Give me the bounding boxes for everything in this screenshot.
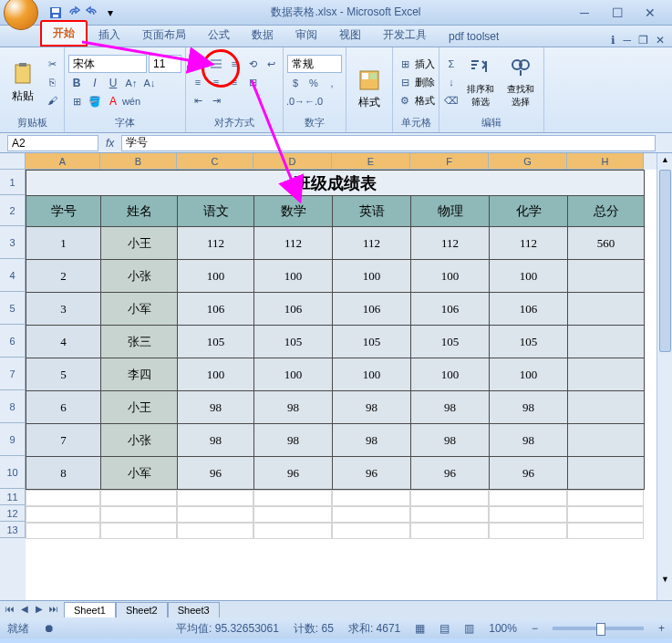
delete-cells-icon[interactable]: ⊟ bbox=[397, 74, 413, 90]
row-header-4[interactable]: 4 bbox=[0, 259, 26, 292]
data-cell[interactable]: 98 bbox=[178, 391, 254, 424]
column-header-C[interactable]: C bbox=[177, 153, 253, 170]
align-top-button[interactable]: ≡ bbox=[190, 56, 206, 72]
data-cell[interactable]: 小军 bbox=[101, 457, 178, 490]
data-cell[interactable]: 100 bbox=[411, 358, 490, 391]
empty-cell[interactable] bbox=[253, 490, 332, 506]
tab-pdf-toolset[interactable]: pdf toolset bbox=[438, 26, 510, 47]
empty-cell[interactable] bbox=[410, 523, 489, 539]
scroll-thumb[interactable] bbox=[659, 170, 671, 352]
data-cell[interactable]: 小军 bbox=[101, 293, 178, 326]
column-header-D[interactable]: D bbox=[253, 153, 332, 170]
font-name-combo[interactable]: 宋体 bbox=[68, 55, 147, 73]
clear-button[interactable]: ⌫ bbox=[443, 92, 460, 109]
data-cell[interactable]: 105 bbox=[178, 326, 254, 358]
tab-data[interactable]: 数据 bbox=[241, 24, 284, 47]
align-left-button[interactable]: ≡ bbox=[190, 74, 206, 90]
data-cell[interactable]: 106 bbox=[254, 293, 333, 326]
save-icon[interactable] bbox=[47, 5, 64, 21]
data-cell[interactable]: 6 bbox=[26, 391, 101, 424]
data-cell[interactable] bbox=[568, 260, 645, 293]
header-cell[interactable]: 总分 bbox=[568, 196, 645, 227]
data-cell[interactable]: 98 bbox=[254, 424, 333, 457]
row-header-11[interactable]: 11 bbox=[0, 489, 26, 505]
view-layout-icon[interactable]: ▤ bbox=[439, 622, 450, 635]
italic-button[interactable]: I bbox=[87, 75, 103, 91]
empty-cell[interactable] bbox=[177, 523, 253, 539]
underline-button[interactable]: U bbox=[105, 75, 121, 91]
borders-button[interactable]: ⊞ bbox=[68, 93, 85, 109]
column-header-A[interactable]: A bbox=[26, 153, 100, 170]
data-cell[interactable]: 1 bbox=[26, 227, 101, 260]
scroll-up-icon[interactable]: ▲ bbox=[661, 155, 669, 164]
row-header-1[interactable]: 1 bbox=[0, 170, 26, 195]
data-cell[interactable] bbox=[568, 293, 645, 326]
data-cell[interactable]: 105 bbox=[411, 326, 490, 358]
empty-cell[interactable] bbox=[100, 506, 177, 523]
sort-filter-button[interactable]: 排序和 筛选 bbox=[461, 49, 500, 115]
data-cell[interactable]: 96 bbox=[411, 457, 490, 490]
data-cell[interactable]: 5 bbox=[26, 358, 101, 391]
tab-review[interactable]: 审阅 bbox=[284, 24, 328, 47]
styles-button[interactable]: 样式 bbox=[350, 49, 388, 129]
table-title[interactable]: 班级成绩表 bbox=[26, 171, 645, 196]
data-cell[interactable]: 小王 bbox=[101, 391, 178, 424]
data-cell[interactable]: 4 bbox=[26, 326, 101, 358]
format-cells-icon[interactable]: ⚙ bbox=[397, 92, 413, 109]
data-cell[interactable]: 96 bbox=[490, 457, 568, 490]
currency-button[interactable]: $ bbox=[287, 75, 304, 91]
data-cell[interactable] bbox=[568, 358, 645, 391]
increase-indent-button[interactable]: ⇥ bbox=[208, 92, 224, 109]
orientation-button[interactable]: ⟲ bbox=[244, 56, 261, 72]
empty-cell[interactable] bbox=[489, 490, 567, 506]
empty-cell[interactable] bbox=[332, 523, 410, 539]
format-painter-icon[interactable]: 🖌 bbox=[44, 92, 60, 109]
data-cell[interactable]: 98 bbox=[333, 424, 411, 457]
decrease-decimal-button[interactable]: ←.0 bbox=[305, 93, 322, 109]
header-cell[interactable]: 姓名 bbox=[101, 196, 178, 227]
data-cell[interactable]: 98 bbox=[411, 391, 490, 424]
qat-dropdown-icon[interactable]: ▾ bbox=[102, 5, 119, 21]
data-cell[interactable]: 100 bbox=[254, 358, 333, 391]
data-cell[interactable]: 100 bbox=[490, 260, 568, 293]
close-button[interactable]: ✕ bbox=[639, 5, 661, 20]
data-cell[interactable] bbox=[568, 326, 645, 358]
header-cell[interactable]: 数学 bbox=[254, 196, 333, 227]
empty-cell[interactable] bbox=[100, 490, 177, 506]
column-header-H[interactable]: H bbox=[567, 153, 644, 170]
data-cell[interactable]: 112 bbox=[411, 227, 490, 260]
font-size-combo[interactable]: 11 bbox=[149, 55, 181, 73]
sheet-tab-3[interactable]: Sheet3 bbox=[168, 602, 220, 617]
data-cell[interactable]: 98 bbox=[490, 424, 568, 457]
row-header-12[interactable]: 12 bbox=[0, 505, 26, 522]
maximize-button[interactable]: ☐ bbox=[606, 5, 628, 20]
first-sheet-icon[interactable]: ⏮ bbox=[4, 604, 16, 617]
data-cell[interactable]: 96 bbox=[333, 457, 411, 490]
close-workbook-icon[interactable]: ✕ bbox=[656, 34, 665, 47]
find-select-button[interactable]: 查找和 选择 bbox=[501, 49, 540, 115]
column-header-B[interactable]: B bbox=[100, 153, 177, 170]
align-bottom-button[interactable]: ≡ bbox=[226, 56, 243, 72]
cut-icon[interactable]: ✂ bbox=[44, 56, 60, 72]
data-cell[interactable]: 112 bbox=[178, 227, 254, 260]
tab-developer[interactable]: 开发工具 bbox=[372, 24, 438, 47]
empty-cell[interactable] bbox=[26, 490, 100, 506]
column-header-E[interactable]: E bbox=[332, 153, 410, 170]
data-cell[interactable]: 106 bbox=[178, 293, 254, 326]
data-cell[interactable]: 小王 bbox=[101, 227, 178, 260]
data-cell[interactable]: 小张 bbox=[101, 424, 178, 457]
header-cell[interactable]: 物理 bbox=[411, 196, 490, 227]
empty-cell[interactable] bbox=[410, 490, 489, 506]
data-cell[interactable]: 105 bbox=[254, 326, 333, 358]
shrink-font-button[interactable]: A↓ bbox=[141, 75, 158, 91]
data-cell[interactable]: 3 bbox=[26, 293, 101, 326]
data-cell[interactable]: 100 bbox=[411, 260, 490, 293]
sheet-tab-2[interactable]: Sheet2 bbox=[116, 602, 168, 617]
data-cell[interactable]: 106 bbox=[411, 293, 490, 326]
data-cell[interactable]: 98 bbox=[254, 391, 333, 424]
empty-cell[interactable] bbox=[332, 490, 410, 506]
fill-color-button[interactable]: 🪣 bbox=[87, 93, 103, 109]
restore-window-icon[interactable]: ❐ bbox=[638, 34, 648, 47]
data-cell[interactable]: 李四 bbox=[101, 358, 178, 391]
undo-icon[interactable] bbox=[66, 5, 82, 21]
